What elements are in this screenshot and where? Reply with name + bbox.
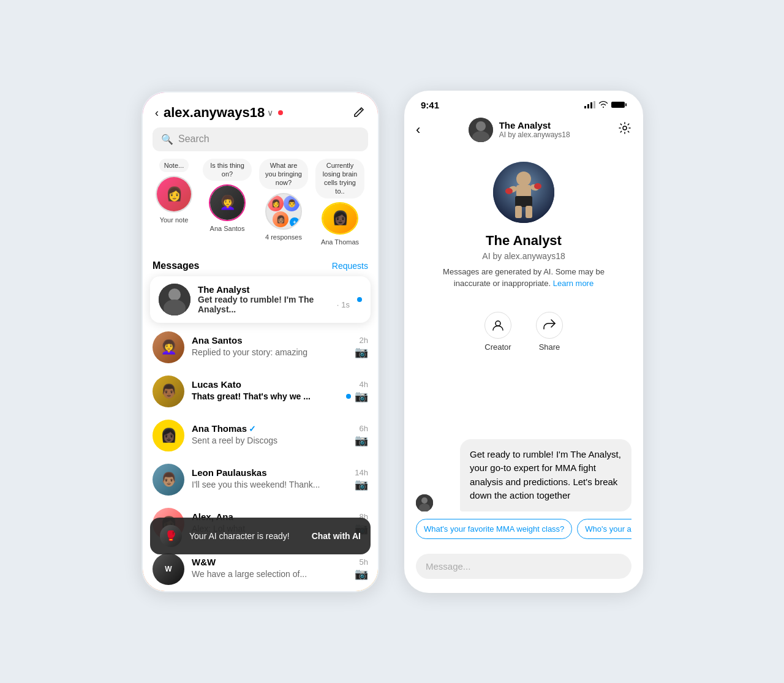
msg-name: W&W (192, 557, 216, 567)
msg-name: Leon Paulauskas (192, 467, 267, 478)
search-bar[interactable]: 🔍 Search (153, 127, 368, 151)
story-avatar: 👩‍🦱 (209, 184, 246, 221)
camera-icon: 📷 (355, 345, 368, 359)
story-bubble: Is this thing on? (203, 159, 252, 181)
msg-content: W&W 5h We have a large selection of... 📷 (192, 557, 368, 581)
svg-rect-4 (587, 104, 589, 108)
status-icons (584, 101, 627, 108)
battery-icon (611, 101, 627, 108)
svg-point-19 (534, 183, 541, 189)
msg-row-bottom: We have a large selection of... 📷 (192, 567, 368, 581)
msg-avatar: W (153, 553, 184, 585)
creator-action[interactable]: Creator (484, 312, 511, 352)
msg-time: 4h (360, 380, 368, 389)
story-label: Ana Thomas (321, 238, 359, 246)
msg-content: Lucas Kato 4h Thats great! That's why we… (192, 379, 368, 403)
ai-actions: Creator Share (406, 312, 641, 352)
msg-row-bottom: Replied to your story: amazing 📷 (192, 345, 368, 359)
camera-icon: 📷 (355, 478, 368, 491)
settings-icon[interactable] (618, 121, 631, 138)
svg-point-23 (496, 321, 500, 326)
share-action[interactable]: Share (536, 312, 563, 352)
svg-rect-5 (590, 102, 592, 108)
search-placeholder: Search (178, 134, 209, 145)
msg-preview: Get ready to rumble! I'm The Analyst... (198, 295, 334, 314)
toast-text: Your AI character is ready! (189, 531, 304, 541)
msg-time: 6h (360, 424, 368, 433)
ai-message-wrapper: Get ready to rumble! I'm The Analyst, yo… (416, 439, 631, 511)
back-button[interactable]: ‹ (416, 122, 420, 138)
message-row[interactable]: 👩🏿 Ana Thomas ✓ 6h Sent a reel by Discog… (143, 413, 378, 458)
left-header: ‹ alex.anyways18 ∨ (143, 92, 378, 127)
ai-toast[interactable]: 🥊 Your AI character is ready! Chat with … (150, 518, 371, 554)
svg-rect-20 (515, 196, 532, 207)
header-text: The Analyst AI by alex.anyways18 (499, 120, 570, 139)
message-input[interactable]: Message... (416, 554, 631, 579)
msg-name: Lucas Kato (192, 379, 241, 390)
right-header: ‹ The Analyst AI by alex.anyways18 (406, 113, 641, 149)
msg-content: The Analyst Get ready to rumble! I'm The… (198, 284, 350, 314)
avatar-illustration (493, 162, 554, 223)
svg-point-12 (623, 126, 627, 130)
msg-content: Ana Santos 2h Replied to your story: ama… (192, 335, 368, 359)
story-bubble: Note... (159, 159, 189, 172)
story-label: Ana Santos (210, 225, 245, 232)
ai-message-bubble: Get ready to rumble! I'm The Analyst, yo… (460, 439, 631, 511)
header-left: ‹ alex.anyways18 ∨ (155, 105, 283, 121)
svg-rect-6 (594, 101, 595, 108)
requests-link[interactable]: Requests (332, 261, 368, 271)
msg-preview: Thats great! That's why we ... (192, 391, 311, 401)
msg-preview: We have a large selection of... (192, 569, 307, 579)
msg-preview: I'll see you this weekend! Thank... (192, 480, 320, 489)
wifi-icon (598, 101, 608, 108)
msg-avatar: 👨🏾 (153, 375, 184, 407)
story-label: Your note (160, 216, 189, 224)
msg-avatar (159, 284, 190, 315)
unread-indicator (357, 297, 362, 302)
story-item[interactable]: Currently losing brain cells trying to..… (315, 159, 364, 246)
stories-row: Note... 👩 Your note Is this thing on? 👩‍… (143, 159, 378, 255)
msg-content: Leon Paulauskas 14h I'll see you this we… (192, 467, 368, 491)
highlighted-message[interactable]: The Analyst Get ready to rumble! I'm The… (150, 276, 371, 323)
msg-preview: Replied to your story: amazing (192, 347, 307, 357)
messages-header: Messages Requests (143, 255, 378, 276)
message-row[interactable]: 👨🏽 Leon Paulauskas 14h I'll see you this… (143, 458, 378, 502)
msg-preview: Sent a reel by Discogs (192, 436, 277, 445)
suggestion-chips: What's your favorite MMA weight class? W… (416, 519, 631, 539)
story-item[interactable]: Is this thing on? 👩‍🦱 Ana Santos (203, 159, 252, 246)
svg-point-1 (168, 289, 181, 301)
left-phone-content: ‹ alex.anyways18 ∨ 🔍 Search (143, 92, 378, 591)
msg-time: 2h (360, 336, 368, 345)
chevron-down-icon[interactable]: ∨ (267, 108, 273, 118)
search-icon: 🔍 (161, 134, 173, 145)
suggestion-chip[interactable]: Who's your all-time favorite fighter? (577, 519, 631, 539)
signal-icon (584, 101, 595, 108)
suggestion-chip[interactable]: What's your favorite MMA weight class? (416, 519, 572, 539)
message-row[interactable]: 👩‍🦱 Ana Santos 2h Replied to your story:… (143, 325, 378, 369)
msg-name: Ana Thomas ✓ (192, 423, 256, 434)
msg-name: The Analyst (198, 284, 350, 295)
msg-time: 14h (355, 468, 368, 477)
toast-avatar: 🥊 (160, 525, 182, 547)
left-phone: ‹ alex.anyways18 ∨ 🔍 Search (141, 91, 380, 593)
story-item[interactable]: What are you bringing now? 👩 👨 👩🏽 + 4 re… (259, 159, 308, 246)
share-label: Share (539, 342, 560, 352)
edit-icon[interactable] (352, 105, 366, 121)
ai-display-name: The Analyst (486, 233, 562, 249)
camera-icon: 📷 (355, 390, 368, 403)
ai-profile-section: The Analyst AI by alex.anyways18 Message… (406, 149, 641, 300)
story-item[interactable]: Note... 👩 Your note (153, 159, 195, 246)
message-row[interactable]: 👨🏾 Lucas Kato 4h Thats great! That's why… (143, 369, 378, 413)
story-bubble: Currently losing brain cells trying to.. (315, 159, 364, 198)
msg-row-top: Lucas Kato 4h (192, 379, 368, 390)
ai-name-header: The Analyst (499, 120, 570, 130)
msg-row-top: W&W 5h (192, 557, 368, 567)
ai-created-by: AI by alex.anyways18 (482, 251, 565, 261)
chat-with-ai-button[interactable]: Chat with AI (312, 531, 361, 541)
ai-subtitle-header: AI by alex.anyways18 (499, 130, 570, 139)
back-button[interactable]: ‹ (155, 107, 159, 119)
learn-more-link[interactable]: Learn more (553, 279, 594, 288)
svg-rect-15 (516, 185, 531, 197)
camera-icon: 📷 (355, 567, 368, 581)
msg-row-top: Ana Santos 2h (192, 335, 368, 345)
